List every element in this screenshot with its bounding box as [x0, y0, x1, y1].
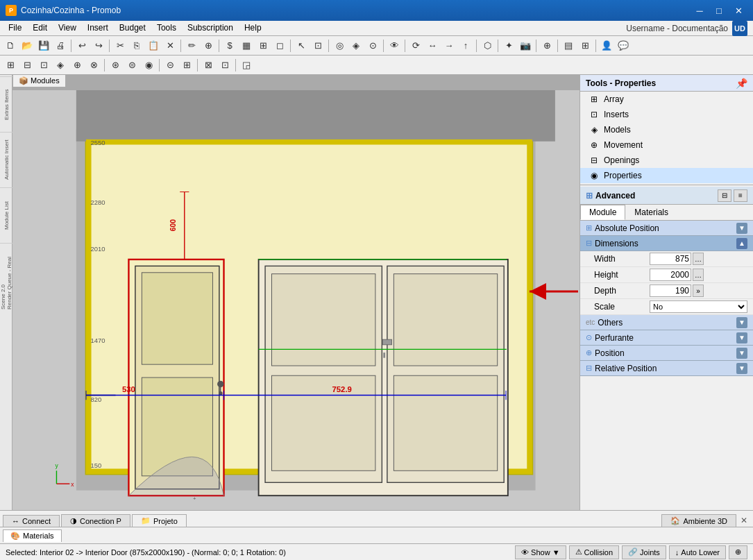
tab-connection-p[interactable]: ◑ Conection P	[61, 514, 130, 527]
position-collapse[interactable]: ▼	[736, 348, 747, 359]
tb2-btn7[interactable]: ⊛	[108, 58, 123, 73]
menu-item-view[interactable]: View	[53, 22, 82, 34]
tb2-btn9[interactable]: ◉	[141, 58, 156, 73]
position-section[interactable]: ⊕ Position ▼	[580, 346, 753, 361]
relative-position-collapse[interactable]: ▼	[736, 363, 747, 374]
tb-btn12[interactable]: ⊡	[310, 38, 325, 53]
automatic-insert-icon[interactable]: Automatic Insert	[0, 132, 12, 187]
tb2-btn8[interactable]: ⊜	[124, 58, 139, 73]
advanced-grid-btn[interactable]: ⊟	[718, 189, 731, 202]
new-btn[interactable]: 🗋	[3, 38, 18, 53]
relative-position-section[interactable]: ⊟ Relative Position ▼	[580, 361, 753, 376]
menu-item-tools[interactable]: Tools	[151, 22, 182, 34]
extras-items-icon[interactable]: Extras Items	[0, 76, 12, 132]
others-section[interactable]: etc Others ▼	[580, 315, 753, 330]
tb2-btn6[interactable]: ⊗	[86, 58, 101, 73]
height-input[interactable]	[650, 269, 691, 281]
tb-btn23[interactable]: 📷	[518, 38, 533, 53]
perfurante-section[interactable]: ⊙ Perfurante ▼	[580, 330, 753, 346]
tb2-btn14[interactable]: ◲	[239, 58, 254, 73]
menu-item-help[interactable]: Help	[239, 22, 267, 34]
eye-btn[interactable]: 👁	[387, 38, 402, 53]
tool-array[interactable]: ⊞ Array	[580, 92, 753, 107]
dimensions-section[interactable]: ⊟ Dimensions ▲	[580, 236, 753, 251]
tb2-btn3[interactable]: ⊡	[36, 58, 51, 73]
depth-input[interactable]	[650, 285, 691, 297]
tb-btn27[interactable]: 👤	[599, 38, 614, 53]
tb2-btn1[interactable]: ⊞	[3, 58, 18, 73]
tab-module[interactable]: Module	[580, 205, 625, 220]
open-btn[interactable]: 📂	[19, 38, 35, 53]
pointer-btn[interactable]: ↖	[294, 38, 309, 53]
others-collapse[interactable]: ▼	[736, 317, 747, 328]
absolute-position-collapse[interactable]: ▼	[736, 223, 747, 234]
tb-btn5[interactable]: ✏	[184, 38, 199, 53]
cut-btn[interactable]: ✂	[112, 38, 128, 53]
tb-btn24[interactable]: ⊕	[539, 38, 555, 53]
tab-materials[interactable]: Materials	[625, 205, 677, 220]
collision-btn[interactable]: ⚠ Collision	[569, 545, 620, 559]
redo-btn[interactable]: ↪	[91, 38, 106, 53]
extra-status-btn[interactable]: ⊕	[729, 545, 747, 559]
width-input[interactable]	[650, 253, 691, 265]
tb2-btn10[interactable]: ⊝	[162, 58, 178, 73]
tb-btn7[interactable]: $	[222, 38, 237, 53]
tool-models[interactable]: ◈ Models	[580, 122, 753, 137]
canvas-area[interactable]: 📦 Modules	[12, 75, 579, 510]
paste-btn[interactable]: 📋	[146, 38, 161, 53]
menu-item-file[interactable]: File	[3, 22, 27, 34]
tool-openings[interactable]: ⊟ Openings	[580, 153, 753, 168]
cube-btn[interactable]: ⬡	[480, 38, 495, 53]
tb-btn18[interactable]: ↔	[425, 38, 440, 53]
undo-btn[interactable]: ↩	[74, 38, 90, 53]
tab-projeto[interactable]: 📁 Projeto	[132, 514, 187, 527]
tb-btn9[interactable]: ⊞	[255, 38, 271, 53]
modules-tab[interactable]: 📦 Modules	[12, 75, 66, 87]
tool-movement[interactable]: ⊕ Movement	[580, 137, 753, 153]
tb-btn20[interactable]: ↑	[458, 38, 473, 53]
perfurante-collapse[interactable]: ▼	[736, 332, 747, 343]
height-btn[interactable]: …	[693, 269, 704, 281]
auto-lower-btn[interactable]: ↓ Auto Lower	[669, 545, 726, 559]
tb-btn8[interactable]: ▦	[239, 38, 254, 53]
width-btn[interactable]: …	[693, 253, 704, 265]
tb2-btn11[interactable]: ⊞	[179, 58, 194, 73]
tab-connect[interactable]: ↔ Connect	[3, 515, 60, 527]
tb-btn14[interactable]: ◈	[348, 38, 364, 53]
tb2-btn2[interactable]: ⊟	[19, 58, 35, 73]
tb-btn19[interactable]: →	[441, 38, 457, 53]
tb-btn25[interactable]: ▤	[561, 38, 576, 53]
menu-item-subscription[interactable]: Subscription	[182, 22, 239, 34]
absolute-position-section[interactable]: ⊞ Absolute Position ▼	[580, 221, 753, 236]
tb2-btn4[interactable]: ◈	[53, 58, 68, 73]
joints-btn[interactable]: 🔗 Joints	[622, 545, 666, 559]
scale-select[interactable]: No Yes	[650, 300, 747, 313]
print-btn[interactable]: 🖨	[53, 38, 68, 53]
menu-item-budget[interactable]: Budget	[114, 22, 151, 34]
tb-btn15[interactable]: ⊙	[365, 38, 380, 53]
tb-btn17[interactable]: ⟳	[408, 38, 423, 53]
close-button[interactable]: ✕	[729, 3, 747, 17]
save-btn[interactable]: 💾	[36, 38, 51, 53]
dimensions-collapse[interactable]: ▲	[736, 238, 747, 249]
menu-item-edit[interactable]: Edit	[27, 22, 53, 34]
depth-btn[interactable]: »	[693, 285, 704, 297]
minimize-button[interactable]: ─	[691, 3, 709, 17]
advanced-list-btn[interactable]: ≡	[734, 189, 747, 202]
delete-btn[interactable]: ✕	[162, 38, 178, 53]
close-tab-btn[interactable]: ✕	[738, 514, 750, 527]
pin-icon[interactable]: 📌	[736, 78, 747, 89]
tb-btn22[interactable]: ✦	[501, 38, 516, 53]
tb-btn13[interactable]: ◎	[332, 38, 347, 53]
module-list-icon[interactable]: Module List	[0, 187, 12, 243]
tb-btn26[interactable]: ⊞	[577, 38, 593, 53]
render-queue-icon[interactable]: Render Queue - Real Scene 2.0	[0, 243, 12, 312]
tb2-btn5[interactable]: ⊕	[69, 58, 85, 73]
copy-btn[interactable]: ⎘	[129, 38, 144, 53]
tb-btn10[interactable]: ◻	[272, 38, 287, 53]
tb-btn6[interactable]: ⊕	[201, 38, 216, 53]
tb2-btn13[interactable]: ⊡	[217, 58, 232, 73]
tool-properties[interactable]: ◉ Properties	[580, 168, 753, 183]
show-btn[interactable]: 👁 Show ▼	[515, 545, 566, 559]
tool-inserts[interactable]: ⊡ Inserts	[580, 107, 753, 122]
